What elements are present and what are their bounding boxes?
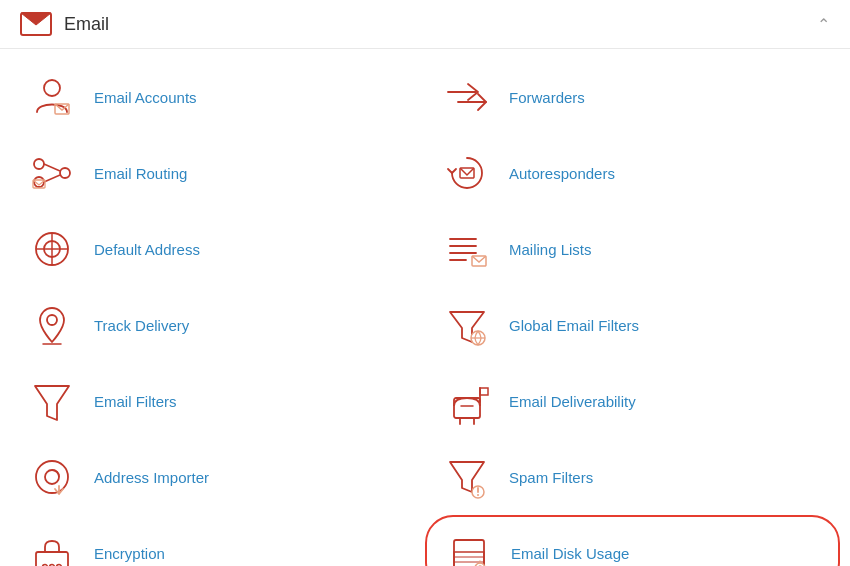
email-deliverability-label: Email Deliverability	[509, 393, 636, 410]
email-header-icon	[20, 12, 52, 36]
items-grid: Email Accounts Forwarders	[0, 49, 850, 566]
forwarders-label: Forwarders	[509, 89, 585, 106]
email-deliverability-icon	[443, 377, 491, 425]
spam-filters-label: Spam Filters	[509, 469, 593, 486]
email-filters-item[interactable]: Email Filters	[10, 363, 425, 439]
svg-point-8	[60, 168, 70, 178]
svg-line-10	[44, 175, 60, 182]
email-accounts-label: Email Accounts	[94, 89, 197, 106]
encryption-label: Encryption	[94, 545, 165, 562]
email-accounts-icon	[28, 73, 76, 121]
default-address-label: Default Address	[94, 241, 200, 258]
spam-filters-icon	[443, 453, 491, 501]
email-routing-label: Email Routing	[94, 165, 187, 182]
autoresponders-item[interactable]: Autoresponders	[425, 135, 840, 211]
svg-line-9	[44, 164, 60, 171]
svg-rect-28	[454, 398, 480, 418]
email-disk-usage-label: Email Disk Usage	[511, 545, 629, 562]
default-address-icon	[28, 225, 76, 273]
encryption-icon	[28, 529, 76, 566]
svg-marker-27	[35, 386, 69, 420]
global-email-filters-label: Global Email Filters	[509, 317, 639, 334]
email-filters-icon	[28, 377, 76, 425]
header: Email ⌃	[0, 0, 850, 49]
address-importer-label: Address Importer	[94, 469, 209, 486]
svg-point-2	[44, 80, 60, 96]
svg-point-22	[47, 315, 57, 325]
email-accounts-item[interactable]: Email Accounts	[10, 59, 425, 135]
email-filters-label: Email Filters	[94, 393, 177, 410]
email-routing-icon	[28, 149, 76, 197]
svg-rect-30	[480, 388, 488, 395]
encryption-item[interactable]: Encryption	[10, 515, 425, 566]
mailing-lists-label: Mailing Lists	[509, 241, 592, 258]
global-email-filters-item[interactable]: Global Email Filters	[425, 287, 840, 363]
global-email-filters-icon	[443, 301, 491, 349]
forwarders-item[interactable]: Forwarders	[425, 59, 840, 135]
header-left: Email	[20, 12, 109, 36]
address-importer-icon	[28, 453, 76, 501]
email-deliverability-item[interactable]: Email Deliverability	[425, 363, 840, 439]
header-title: Email	[64, 14, 109, 35]
address-importer-item[interactable]: Address Importer	[10, 439, 425, 515]
email-disk-usage-icon	[445, 529, 493, 566]
autoresponders-label: Autoresponders	[509, 165, 615, 182]
mailing-lists-item[interactable]: Mailing Lists	[425, 211, 840, 287]
collapse-button[interactable]: ⌃	[817, 15, 830, 34]
spam-filters-item[interactable]: Spam Filters	[425, 439, 840, 515]
track-delivery-icon	[28, 301, 76, 349]
mailing-lists-icon	[443, 225, 491, 273]
email-routing-item[interactable]: Email Routing	[10, 135, 425, 211]
svg-point-40	[477, 494, 479, 496]
email-disk-usage-item[interactable]: Email Disk Usage	[425, 515, 840, 566]
svg-point-6	[34, 159, 44, 169]
svg-marker-1	[21, 13, 51, 25]
default-address-item[interactable]: Default Address	[10, 211, 425, 287]
track-delivery-item[interactable]: Track Delivery	[10, 287, 425, 363]
forwarders-icon	[443, 73, 491, 121]
track-delivery-label: Track Delivery	[94, 317, 189, 334]
autoresponders-icon	[443, 149, 491, 197]
